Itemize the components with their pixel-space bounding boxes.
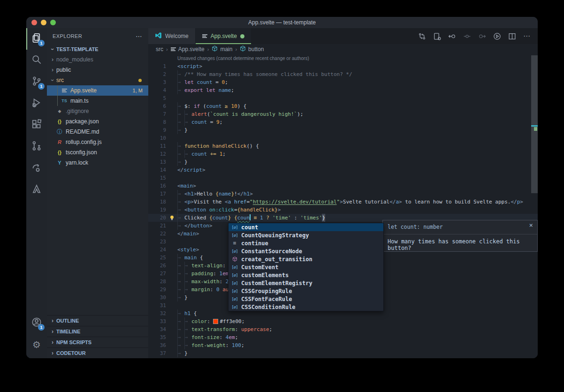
section-npm-scripts[interactable]: ›NPM SCRIPTS [47, 337, 148, 347]
code-token: to learn how to build Svelte apps. [402, 198, 511, 206]
activity-github-pull-requests[interactable] [26, 136, 47, 158]
breadcrumb-main[interactable]: main [212, 45, 232, 53]
code-line[interactable]: 5 [148, 94, 538, 102]
file-row-main-ts[interactable]: TSmain.ts [47, 96, 148, 106]
file-row-rollup-config-js[interactable]: Rrollup.config.js [47, 137, 148, 147]
code-line[interactable]: 15 [148, 174, 538, 182]
file-row-package-json[interactable]: {}package.json [47, 116, 148, 127]
section-codetour[interactable]: ›CODETOUR [47, 347, 148, 358]
editor[interactable]: Unsaved changes (cannot determine recent… [148, 54, 538, 358]
suggestion-customElements[interactable]: [∅]customElements [229, 271, 383, 279]
code-token: { [215, 190, 219, 198]
file-row-tsconfig-json[interactable]: {}tsconfig.json [47, 147, 148, 158]
breadcrumb-src[interactable]: src [156, 46, 163, 53]
file-row-src[interactable]: ›src [47, 75, 148, 85]
breadcrumb-app-svelte[interactable]: App.svelte [171, 46, 205, 53]
code-line[interactable]: 34→→text-transform: uppercase; [148, 325, 538, 333]
navigate-forward-icon[interactable] [478, 32, 486, 40]
code-line[interactable]: 10 [148, 134, 538, 142]
code-line[interactable]: 1<script> [148, 62, 538, 70]
chevron-down-icon: › [49, 76, 56, 84]
code-line[interactable]: 35→→font-size: 4em; [148, 333, 538, 341]
code-line[interactable]: 17→<h1>Hello {name}!</h1> [148, 190, 538, 198]
tab-app-svelte[interactable]: App.svelte [196, 28, 251, 44]
chevron-right-icon: › [49, 350, 56, 356]
suggestion-ConstantSourceNode[interactable]: [∅]ConstantSourceNode [229, 247, 383, 255]
code-token: : [235, 325, 241, 333]
activity-explorer[interactable]: 1 [26, 28, 47, 50]
activity-accounts[interactable]: 1 [26, 312, 47, 334]
suggestion-count[interactable]: [∅]count [229, 223, 383, 231]
activity-search[interactable] [26, 50, 47, 71]
unsaved-dot-icon[interactable] [240, 34, 244, 38]
explorer-title: EXPLORER [53, 33, 82, 39]
code-line[interactable]: 33→→color: #ff3e00; [148, 317, 538, 325]
activity-live-share[interactable] [26, 158, 47, 179]
git-compare-icon[interactable] [418, 32, 426, 40]
more-actions-icon[interactable]: ⋯ [523, 32, 531, 40]
code-line[interactable]: 16<main> [148, 182, 538, 190]
explorer-more-actions[interactable]: ⋯ [136, 32, 143, 40]
section-timeline[interactable]: ›TIMELINE [47, 326, 148, 337]
code-line[interactable]: 18→<p>Visit the <a href="https://svelte.… [148, 198, 538, 206]
code-token: 1 [220, 150, 223, 158]
code-line[interactable]: 14</script> [148, 166, 538, 174]
navigate-current-icon[interactable] [463, 32, 471, 40]
suggestion-CSSGroupingRule[interactable]: [∅]CSSGroupingRule [229, 287, 383, 295]
activity-run-debug[interactable] [26, 93, 47, 114]
suggestion-CustomEvent[interactable]: [∅]CustomEvent [229, 263, 383, 271]
file-row-yarn-lock[interactable]: Yyarn.lock [47, 158, 148, 168]
code-line[interactable]: 36→→font-weight: 100; [148, 341, 538, 349]
breadcrumb-button[interactable]: button [240, 45, 264, 53]
file-row-app-svelte[interactable]: App.svelte1, M [47, 85, 148, 96]
line-number: 23 [148, 238, 166, 246]
code-line[interactable]: 19→<button on:click={handleClick}> [148, 206, 538, 214]
file-row-node-modules[interactable]: ›node_modules [47, 54, 148, 65]
activity-source-control[interactable]: 1 [26, 71, 47, 93]
code-line[interactable]: 8→→count = 9; [148, 118, 538, 126]
code-token: $: [184, 102, 194, 110]
file-row-public[interactable]: ›public [47, 65, 148, 75]
code-line[interactable]: 3→let count = 0; [148, 78, 538, 86]
file-row-readme-md[interactable]: ⓘREADME.md [47, 127, 148, 137]
activity-azure[interactable] [26, 179, 47, 201]
activity-settings[interactable]: ⚙ [26, 334, 47, 355]
code-line[interactable]: 37→} [148, 349, 538, 357]
suggestion-CSSConditionRule[interactable]: [∅]CSSConditionRule [229, 303, 383, 311]
navigate-back-icon[interactable] [448, 32, 456, 40]
suggestion-create_out_transition[interactable]: create_out_transition [229, 255, 383, 263]
open-changes-icon[interactable] [433, 32, 441, 40]
code-token: : [291, 214, 300, 222]
code-line[interactable]: 2→/** How many times has someone clicked… [148, 70, 538, 78]
extensions-icon [31, 119, 42, 131]
suggestion-continue[interactable]: ≡continue [229, 239, 383, 247]
editor-scrollbar[interactable] [531, 55, 538, 193]
section-outline[interactable]: ›OUTLINE [47, 315, 148, 326]
code-token: 100 [232, 341, 241, 349]
code-token: </ [177, 166, 183, 174]
code-line[interactable]: 12→→count += 1; [148, 150, 538, 158]
code-line[interactable]: 9→} [148, 126, 538, 134]
code-line[interactable]: 11→function handleClick() { [148, 142, 538, 150]
file-row--gitignore[interactable]: ◆.gitignore [47, 106, 148, 116]
lightbulb-icon[interactable] [166, 214, 177, 222]
title-bar[interactable]: App.svelte — test-template [26, 17, 538, 28]
code-line[interactable]: 4→export let name; [148, 86, 538, 94]
code-line[interactable]: 13→} [148, 158, 538, 166]
code-token: count [191, 150, 207, 158]
suggestion-CSSFontFaceRule[interactable]: [∅]CSSFontFaceRule [229, 295, 383, 303]
split-editor-icon[interactable] [508, 32, 516, 40]
code-token: < [177, 246, 181, 254]
suggestion-CountQueuingStrategy[interactable]: [∅]CountQueuingStrategy [229, 231, 383, 239]
workspace-section-header[interactable]: › TEST-TEMPLATE [47, 44, 148, 54]
run-icon[interactable] [493, 32, 501, 40]
file-label: yarn.lock [66, 159, 88, 166]
activity-extensions[interactable] [26, 114, 47, 136]
code-token: } [274, 206, 278, 214]
code-line[interactable]: 6→$: if (count ≥ 10) { [148, 102, 538, 110]
suggestion-CustomElementRegistry[interactable]: [∅]CustomElementRegistry [229, 279, 383, 287]
code-line[interactable]: 7→→alert(`count is dangerously high!`); [148, 110, 538, 118]
close-icon[interactable]: × [529, 222, 533, 228]
tab-welcome[interactable]: Welcome [148, 28, 196, 44]
codelens-unsaved-changes[interactable]: Unsaved changes (cannot determine recent… [148, 54, 538, 62]
